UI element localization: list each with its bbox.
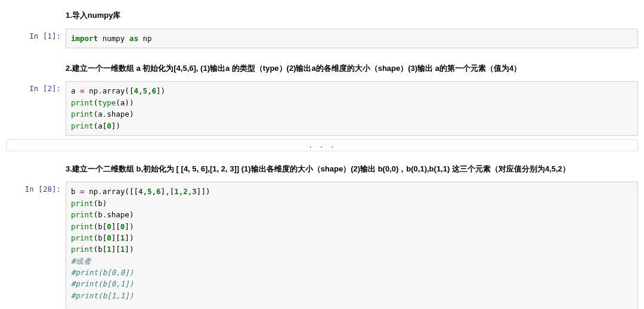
code-cell-1[interactable]: In [1]: import numpy as np: [6, 29, 638, 48]
code-input-2[interactable]: a = np.array([4,5,6]) print(type(a)) pri…: [66, 81, 638, 136]
code-cell-2[interactable]: In [2]: a = np.array([4,5,6]) print(type…: [6, 81, 638, 136]
code-input-3[interactable]: b = np.array([[4,5,6],[1,2,3]]) print(b)…: [66, 182, 638, 309]
kw-as: as: [129, 34, 138, 43]
heading-2: 2.建立一个一维数组 a 初始化为[4,5,6], (1)输出a 的类型（typ…: [66, 58, 638, 80]
alias-np: np: [143, 34, 151, 43]
mod-numpy: numpy: [103, 34, 125, 43]
comment-or: #或者: [71, 257, 91, 266]
prompt-empty: [6, 5, 66, 27]
prompt-empty: [6, 58, 66, 80]
code-cell-3[interactable]: In [28]: b = np.array([[4,5,6],[1,2,3]])…: [6, 182, 638, 309]
comment-p01: #print(b[0,1]): [71, 279, 134, 288]
kw-import: import: [71, 34, 98, 43]
input-prompt-3: In [28]:: [6, 182, 66, 309]
comment-p11: #print(b[1,1]): [71, 291, 134, 300]
code-input-1[interactable]: import numpy as np: [66, 29, 638, 48]
prompt-empty: [6, 158, 66, 181]
collapsed-output-toggle[interactable]: . . .: [6, 139, 638, 151]
heading-3: 3.建立一个二维数组 b,初始化为 [ [4, 5, 6],[1, 2, 3]]…: [66, 158, 638, 181]
markdown-cell-3: 3.建立一个二维数组 b,初始化为 [ [4, 5, 6],[1, 2, 3]]…: [6, 158, 638, 181]
input-prompt-2: In [2]:: [6, 81, 66, 136]
comment-p00: #print(b[0,0]): [71, 268, 134, 277]
input-prompt-1: In [1]:: [6, 29, 66, 48]
heading-1: 1.导入numpy库: [66, 5, 638, 27]
markdown-cell-1: 1.导入numpy库: [6, 5, 638, 27]
markdown-cell-2: 2.建立一个一维数组 a 初始化为[4,5,6], (1)输出a 的类型（typ…: [6, 58, 638, 80]
